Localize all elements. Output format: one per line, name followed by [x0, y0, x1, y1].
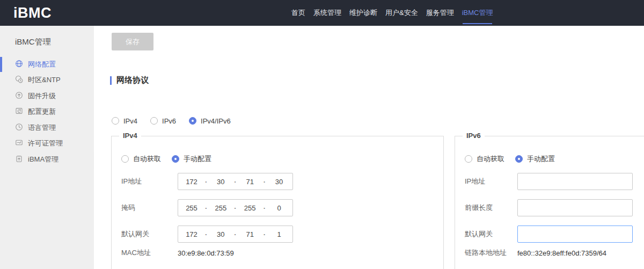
radio-ipv4-manual[interactable]: 手动配置	[172, 154, 211, 164]
radio-icon	[121, 155, 129, 163]
app-logo: iBMC	[13, 0, 52, 26]
nav-user-security[interactable]: 用户&安全	[385, 0, 418, 26]
sidebar-item-timezone-ntp[interactable]: 时区&NTP	[0, 72, 94, 89]
field-label: 默认网关	[121, 229, 178, 239]
sidebar-item-license-management[interactable]: 许可证管理	[0, 136, 94, 152]
ipv4-ip-row: IP地址 172307130	[112, 173, 443, 190]
ipv4-netmask-input[interactable]: 2552552550	[178, 199, 293, 216]
sidebar-item-ibma-management[interactable]: iBMA管理	[0, 151, 94, 168]
ibma-icon	[15, 155, 23, 164]
section-accent-bar	[110, 76, 112, 85]
firmware-upgrade-icon	[15, 91, 23, 101]
sidebar-item-label: 语言管理	[28, 123, 56, 133]
ipv6-prefix-length-input[interactable]	[517, 199, 633, 216]
ip-segment[interactable]: 172	[178, 178, 205, 186]
radio-icon	[172, 155, 179, 163]
ipv4-mode-radio-group: 自动获取 手动配置	[112, 154, 443, 164]
top-nav: 首页 系统管理 维护诊断 用户&安全 服务管理 iBMC管理	[291, 0, 493, 26]
ipv4-fields: IP地址 172307130 掩码 2552552550 默认网关 172307…	[112, 173, 443, 258]
top-bar: iBMC 首页 系统管理 维护诊断 用户&安全 服务管理 iBMC管理	[0, 0, 644, 26]
sidebar-menu: 网络配置 时区&NTP 固件升级 配置更新 语言管理 许可证管理	[0, 56, 94, 168]
save-button[interactable]: 保存	[112, 33, 153, 50]
radio-ipv6-auto[interactable]: 自动获取	[465, 154, 504, 164]
ip-segment[interactable]: 255	[207, 204, 234, 212]
ipv6-prefix-row: 前缀长度	[455, 199, 644, 216]
nav-ibmc-management[interactable]: iBMC管理	[462, 0, 493, 26]
sidebar-item-firmware-upgrade[interactable]: 固件升级	[0, 88, 94, 104]
radio-icon	[150, 117, 158, 125]
sidebar-item-config-update[interactable]: 配置更新	[0, 104, 94, 120]
mac-address-value: 30:e9:8e:0d:73:59	[178, 249, 234, 257]
ip-segment[interactable]: 71	[237, 230, 264, 238]
ip-segment[interactable]: 1	[266, 230, 292, 238]
sidebar: iBMC管理 网络配置 时区&NTP 固件升级 配置更新 语言管理	[0, 26, 94, 269]
radio-ipv4[interactable]: IPv4	[112, 117, 137, 125]
section-title: 网络协议	[116, 75, 149, 85]
radio-icon	[515, 155, 523, 163]
radio-icon	[189, 117, 196, 125]
field-label: 掩码	[121, 203, 178, 213]
radio-ipv4-auto[interactable]: 自动获取	[121, 154, 161, 164]
ipv6-fields: IP地址 前缀长度 默认网关 链路本地地址 fe80::32e9:8eff:fe…	[455, 173, 644, 258]
sidebar-item-label: 配置更新	[28, 107, 56, 117]
main-content: 保存 网络协议 IPv4 IPv6 IPv4/IPv6 IPv4	[94, 26, 644, 269]
config-update-icon	[15, 107, 23, 117]
ipv4-mac-row: MAC地址 30:e9:8e:0d:73:59	[112, 248, 443, 258]
ipv6-mode-radio-group: 自动获取 手动配置	[455, 154, 644, 164]
ip-segment[interactable]: 30	[207, 178, 234, 186]
field-label: IP地址	[465, 177, 517, 186]
radio-ipv4-ipv6[interactable]: IPv4/IPv6	[189, 117, 231, 125]
ip-segment[interactable]: 0	[266, 204, 292, 212]
sidebar-item-network-config[interactable]: 网络配置	[0, 56, 94, 72]
globe-icon	[15, 60, 23, 69]
radio-icon	[112, 117, 119, 125]
ip-segment[interactable]: 30	[266, 178, 292, 186]
ipv4-gateway-input[interactable]: 17230711	[178, 226, 293, 243]
ipv4-gateway-row: 默认网关 17230711	[112, 226, 443, 243]
field-label: MAC地址	[121, 248, 178, 258]
nav-home[interactable]: 首页	[291, 0, 305, 26]
ipv4-legend: IPv4	[119, 132, 141, 140]
ipv4-netmask-row: 掩码 2552552550	[112, 199, 443, 216]
radio-icon	[465, 155, 472, 163]
ipv4-fieldset: IPv4 自动获取 手动配置 IP地址 172307130	[111, 136, 444, 269]
nav-maintenance-diagnostics[interactable]: 维护诊断	[349, 0, 377, 26]
app-root: iBMC 首页 系统管理 维护诊断 用户&安全 服务管理 iBMC管理 iBMC…	[0, 0, 644, 269]
ip-segment[interactable]: 71	[237, 178, 264, 186]
sidebar-item-label: 网络配置	[28, 60, 56, 69]
nav-service-management[interactable]: 服务管理	[426, 0, 454, 26]
ipv4-ip-address-input[interactable]: 172307130	[178, 173, 293, 190]
ipv6-legend: IPv6	[463, 132, 485, 140]
sidebar-item-label: iBMA管理	[28, 155, 58, 164]
ip-segment[interactable]: 172	[178, 230, 205, 238]
field-label: 默认网关	[465, 229, 517, 239]
nav-system-management[interactable]: 系统管理	[313, 0, 341, 26]
field-label: 链路本地地址	[465, 248, 517, 258]
ip-segment[interactable]: 255	[178, 204, 205, 212]
radio-ipv6-manual[interactable]: 手动配置	[515, 154, 555, 164]
ipv6-link-local-row: 链路本地地址 fe80::32e9:8eff:fe0d:7359/64	[455, 248, 644, 258]
ip-segment[interactable]: 255	[237, 204, 264, 212]
sidebar-item-language-management[interactable]: 语言管理	[0, 120, 94, 136]
link-local-address-value: fe80::32e9:8eff:fe0d:7359/64	[517, 249, 606, 257]
ipv6-gateway-row: 默认网关	[455, 226, 644, 243]
language-icon	[15, 123, 23, 133]
protocol-radio-group: IPv4 IPv6 IPv4/IPv6	[112, 115, 231, 126]
sidebar-item-label: 时区&NTP	[28, 75, 61, 85]
ipv6-ip-row: IP地址	[455, 173, 644, 190]
timezone-icon	[15, 75, 23, 85]
field-label: 前缀长度	[465, 203, 517, 213]
sidebar-item-label: 许可证管理	[28, 139, 63, 148]
radio-ipv6[interactable]: IPv6	[150, 117, 176, 125]
license-icon	[15, 139, 23, 148]
ipv6-fieldset: IPv6 自动获取 手动配置 IP地址 前缀长度	[455, 136, 644, 269]
ipv6-gateway-input[interactable]	[517, 226, 633, 243]
section-header: 网络协议	[110, 75, 149, 85]
sidebar-item-label: 固件升级	[28, 91, 56, 101]
sidebar-title: iBMC管理	[0, 26, 94, 47]
field-label: IP地址	[121, 177, 178, 186]
ip-segment[interactable]: 30	[207, 230, 234, 238]
ipv6-address-input[interactable]	[517, 173, 633, 190]
